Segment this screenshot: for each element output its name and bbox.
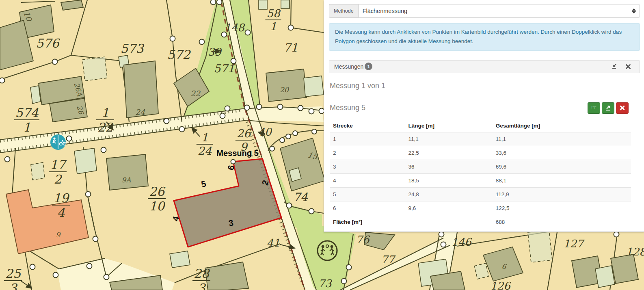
building-annex [30,86,41,104]
parcel-label: 126 [490,280,511,290]
svg-text:25: 25 [5,266,22,281]
measurement-title: Messung 5 [330,104,365,112]
building-dashed [82,57,107,81]
column-header: Gesamtlänge [m] [493,119,631,132]
building-annex [259,0,267,9]
table-header-row: StreckeLänge [m]Gesamtlänge [m] [330,119,631,132]
parcel-label: 128 [626,246,644,258]
parcel-label: 24 [135,108,145,117]
parcel-label: 20 [280,86,289,94]
messungen-count-badge: 1 [365,63,372,70]
parcel-label: 573 [120,41,144,56]
segment-row: 69,6122,5 [330,201,631,215]
area-row: Fläche [m²] 688 [330,215,631,229]
svg-text:1: 1 [201,131,208,144]
building-annex [281,0,290,9]
svg-text:574: 574 [15,106,39,120]
building-light [74,148,97,174]
parcel-label: 39 [207,46,222,58]
svg-text:1: 1 [23,120,30,134]
measure-panel: Methode Flächenmessung Die Messung kann … [324,0,644,232]
area-value: 688 [493,215,631,229]
parcel-label: 77 [381,253,396,266]
building-light [170,251,190,268]
segment-number-label: 1 [248,149,253,158]
segment-row: 33669,6 [330,160,631,173]
export-icon[interactable] [611,63,618,70]
segment-row: 418,588,1 [330,173,631,187]
svg-text:26: 26 [149,184,166,199]
svg-text:22: 22 [97,120,114,134]
messungen-card: Messungen 1 Messung 1 von 1 Messung [329,60,640,229]
building-dashed [528,230,552,262]
messungen-title: Messungen [334,63,363,70]
parcel-fraction-label: 2610 [148,184,166,213]
building-annex [304,76,324,97]
svg-text:2: 2 [54,172,62,186]
hand-pointer-icon: ☞ [591,105,596,111]
parcel-label: 576 [36,36,60,50]
methode-selected-value: Flächenmessung [363,8,407,14]
methode-row: Methode Flächenmessung [329,4,640,18]
parcel-label: 76 [356,234,370,246]
parcel-label: 571 [214,62,235,75]
select-stepper-icon [632,9,636,13]
column-header: Strecke [330,119,405,132]
parcel-label: 40 [258,126,272,138]
segments-table: StreckeLänge [m]Gesamtlänge [m] 111,111,… [330,119,631,229]
info-box: Die Messung kann durch Anklicken von Pun… [329,23,640,51]
svg-text:24: 24 [198,145,212,157]
svg-text:1: 1 [101,106,109,120]
export-icon [605,105,611,111]
methode-select[interactable]: Flächenmessung [358,4,640,18]
app-window: 57657357257114839712224201026A269A915674… [0,0,644,290]
segment-row: 111,111,1 [330,132,631,146]
parcel-label: 127 [563,238,585,250]
parcel-label: 74 [293,190,308,204]
building-9a [106,154,148,190]
svg-text:28: 28 [194,266,210,281]
parcel-label: 148 [224,22,245,34]
messungen-header: Messungen 1 [329,60,640,73]
parcel-label: 572 [167,48,191,62]
select-measurement-button[interactable]: ☞ [588,102,600,114]
svg-text:3: 3 [9,281,17,290]
building-dashed [31,162,45,180]
close-icon[interactable] [625,64,631,69]
building-20 [266,69,307,102]
svg-text:58: 58 [266,7,281,19]
area-label: Fläche [m²] [330,215,405,229]
parcel-label: 22 [190,89,201,98]
parcel-label: 146 [451,236,472,248]
svg-text:17: 17 [50,158,67,172]
svg-text:26: 26 [237,127,252,140]
svg-text:19: 19 [53,191,70,205]
parcel-label: 71 [283,41,298,54]
building-light [595,266,615,288]
export-measurement-button[interactable] [602,102,614,114]
parcel-label: 73 [318,277,333,290]
segment-row: 524,8112,9 [330,187,631,201]
building [611,254,638,284]
svg-text:3: 3 [197,281,206,290]
column-header: Länge [m] [405,119,493,132]
svg-text:1: 1 [270,20,277,32]
parcel-label: 41 [266,237,280,249]
close-icon [620,105,625,110]
parcel-label: 9A [121,176,131,184]
messungen-body: Messung 1 von 1 Messung 5 ☞ [329,73,640,229]
delete-measurement-button[interactable] [616,102,629,114]
measurement-start-vertex[interactable] [231,160,236,164]
methode-label: Methode [329,4,358,18]
measurement-counter: Messung 1 von 1 [330,82,639,90]
svg-text:4: 4 [57,206,65,220]
segment-row: 222,533,6 [330,146,631,160]
svg-text:10: 10 [149,199,166,213]
